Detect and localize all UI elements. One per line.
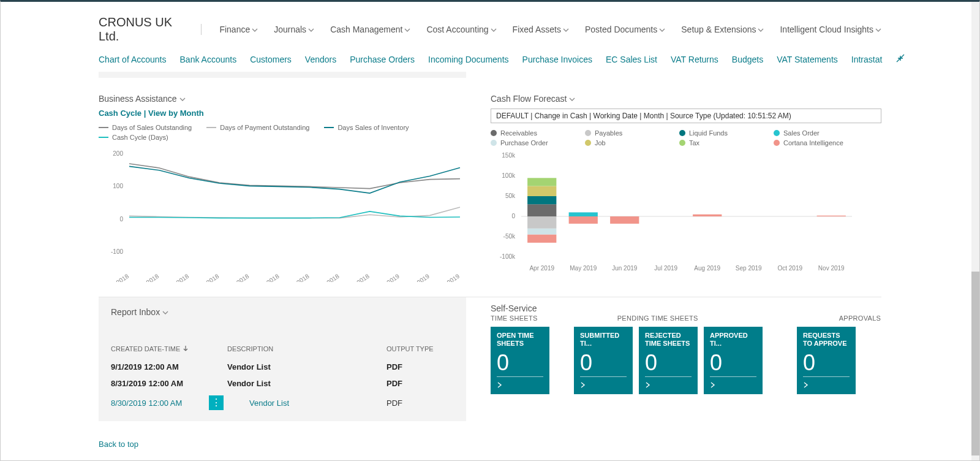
svg-rect-34 (610, 216, 639, 224)
col-label: CREATED DATE-TIME (111, 345, 180, 352)
menu-item-posted-documents[interactable]: Posted Documents (585, 25, 665, 34)
svg-text:-50k: -50k (503, 233, 516, 240)
menu-item-cash-management[interactable]: Cash Management (330, 25, 410, 34)
expand-icon[interactable] (895, 53, 905, 66)
svg-text:150k: 150k (502, 153, 516, 159)
svg-text:Jul 2019: Jul 2019 (654, 265, 677, 272)
subnav-intrastat[interactable]: Intrastat (851, 55, 883, 64)
menu-item-journals[interactable]: Journals (274, 25, 314, 34)
menu-item-finance[interactable]: Finance (219, 25, 258, 34)
chevron-down-icon (659, 25, 665, 34)
subnav-ec-sales-list[interactable]: EC Sales List (606, 55, 657, 64)
cash-flow-title[interactable]: Cash Flow Forecast (491, 94, 881, 104)
chevron-down-icon (404, 25, 410, 34)
subnav-customers[interactable]: Customers (250, 55, 292, 64)
scrollbar-thumb[interactable] (971, 272, 979, 455)
legend-item: Sales Order (774, 129, 853, 137)
svg-text:Oct 2018: Oct 2018 (286, 272, 311, 282)
chevron-right-icon (710, 379, 716, 390)
tile-label: APPROVED TI...SHEETS (710, 332, 756, 349)
tile-row: OPEN TIME SHEETS0SUBMITTED TI...SHEETS0R… (491, 327, 881, 394)
subnav-incoming-documents[interactable]: Incoming Documents (428, 55, 509, 64)
table-row[interactable]: 9/1/2019 12:00 AMVendor ListPDF (111, 359, 454, 375)
more-actions-button[interactable]: ⋮ (209, 395, 224, 410)
svg-rect-29 (527, 235, 556, 243)
legend-item: Purchase Order (491, 139, 570, 147)
forecast-value: DEFAULT | Change in Cash | Working Date … (496, 112, 791, 120)
col-header-date[interactable]: CREATED DATE-TIME (111, 345, 227, 352)
back-to-top-link[interactable]: Back to top (99, 440, 138, 449)
chevron-right-icon (645, 379, 651, 390)
self-service-title: Self-Service (491, 303, 881, 313)
subnav-purchase-orders[interactable]: Purchase Orders (350, 55, 415, 64)
menu-item-intelligent-cloud-insights[interactable]: Intelligent Cloud Insights (780, 25, 881, 34)
tile-submitted-ti-[interactable]: SUBMITTED TI...SHEETS0 (574, 327, 633, 394)
svg-text:-100: -100 (111, 248, 123, 255)
chevron-right-icon (580, 379, 586, 390)
menu-item-cost-accounting[interactable]: Cost Accounting (426, 25, 496, 34)
col-header-desc[interactable]: DESCRIPTION (227, 345, 386, 352)
report-inbox-title[interactable]: Report Inbox (111, 307, 454, 321)
tile-value: 0 (580, 352, 627, 374)
subnav-budgets[interactable]: Budgets (732, 55, 763, 64)
cash-cycle-legend: Days of Sales OutstandingDays of Payment… (99, 124, 466, 141)
table-row[interactable]: 8/30/2019 12:00 AM⋮Vendor ListPDF (111, 392, 454, 414)
svg-text:May 2019: May 2019 (570, 265, 597, 272)
cash-flow-chart: -100k-50k050k100k150kApr 2019May 2019Jun… (491, 153, 858, 275)
svg-text:Nov 2018: Nov 2018 (315, 272, 341, 282)
business-assistance-title[interactable]: Business Assistance (99, 94, 466, 104)
tile-rejected-time-sheets[interactable]: REJECTED TIME SHEETS0 (639, 327, 698, 394)
chevron-down-icon (875, 25, 881, 34)
company-name[interactable]: CRONUS UK Ltd. (99, 15, 183, 44)
cell-output: PDF (386, 398, 454, 408)
chevron-down-icon (308, 25, 314, 34)
svg-text:Aug 2019: Aug 2019 (694, 265, 720, 272)
menu-item-setup-extensions[interactable]: Setup & Extensions (681, 25, 764, 34)
group-time-sheets: TIME SHEETS (491, 314, 538, 322)
svg-text:Oct 2019: Oct 2019 (777, 265, 802, 272)
svg-text:Mar 2019: Mar 2019 (435, 272, 461, 282)
self-service-panel: Self-Service TIME SHEETS PENDING TIME SH… (491, 297, 881, 421)
subnav-vat-statements[interactable]: VAT Statements (777, 55, 838, 64)
cash-flow-legend: ReceivablesPayablesLiquid FundsSales Ord… (491, 129, 881, 147)
svg-text:100k: 100k (502, 172, 516, 179)
tile-approved-ti-[interactable]: APPROVED TI...SHEETS0 (704, 327, 763, 394)
legend-item: Days of Payment Outstanding (206, 124, 309, 131)
subnav-chart-of-accounts[interactable]: Chart of Accounts (99, 55, 167, 64)
menu-item-fixed-assets[interactable]: Fixed Assets (513, 25, 569, 34)
group-approvals: APPROVALS (839, 314, 881, 322)
svg-rect-23 (527, 204, 556, 216)
report-inbox-panel: Report Inbox CREATED DATE-TIME DESCRIPTI… (99, 297, 466, 421)
legend-item: Cortana Intelligence (774, 139, 853, 147)
svg-rect-28 (527, 178, 556, 186)
forecast-selector[interactable]: DEFAULT | Change in Cash | Working Date … (491, 109, 881, 123)
cell-desc: Vendor List (227, 362, 386, 371)
subnav-vat-returns[interactable]: VAT Returns (671, 55, 718, 64)
cash-cycle-toggle[interactable]: Cash Cycle | View by Month (99, 109, 466, 118)
svg-text:200: 200 (113, 150, 123, 157)
spacer (769, 327, 791, 394)
tile-value: 0 (803, 352, 850, 374)
cell-date: 8/31/2019 12:00 AM (111, 379, 227, 388)
chevron-right-icon (803, 379, 809, 390)
svg-text:Feb 2019: Feb 2019 (405, 272, 431, 282)
cell-desc: Vendor List (227, 379, 386, 388)
subnav-bank-accounts[interactable]: Bank Accounts (180, 55, 237, 64)
svg-text:Sep 2019: Sep 2019 (736, 265, 762, 272)
tile-open-time-sheets[interactable]: OPEN TIME SHEETS0 (491, 327, 549, 394)
chevron-down-icon (491, 25, 497, 34)
tile-requests-to-approve[interactable]: REQUESTS TO APPROVE0 (797, 327, 856, 394)
subnav-vendors[interactable]: Vendors (305, 55, 336, 64)
subnav-purchase-invoices[interactable]: Purchase Invoices (522, 55, 592, 64)
svg-text:May 2018: May 2018 (134, 272, 160, 282)
tile-value: 0 (710, 352, 756, 374)
legend-item: Tax (679, 139, 759, 147)
svg-text:Jun 2018: Jun 2018 (165, 272, 190, 282)
svg-text:Apr 2018: Apr 2018 (106, 272, 130, 282)
group-pending-time-sheets: PENDING TIME SHEETS (617, 314, 698, 322)
col-header-output[interactable]: OUTPUT TYPE (386, 345, 454, 352)
top-menu-bar: CRONUS UK Ltd. FinanceJournalsCash Manag… (99, 13, 881, 50)
cash-cycle-chart: -1000100200Apr 2018May 2018Jun 2018Jul 2… (99, 147, 466, 282)
tile-label: REQUESTS TO APPROVE (803, 332, 850, 349)
table-row[interactable]: 8/31/2019 12:00 AMVendor ListPDF (111, 375, 454, 392)
